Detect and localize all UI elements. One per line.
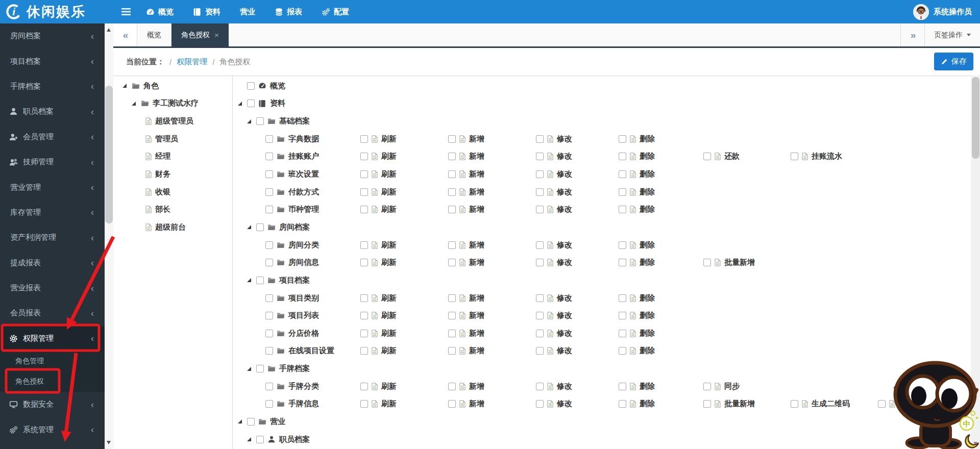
action-checkbox[interactable] xyxy=(448,330,456,337)
action-label[interactable]: 删除 xyxy=(640,134,655,144)
tree-expander-icon[interactable] xyxy=(122,84,127,88)
role-tree-node[interactable]: 李工测试水疗 xyxy=(113,95,232,113)
action-label[interactable]: 刷新 xyxy=(381,187,397,197)
action-label[interactable]: 刷新 xyxy=(381,205,397,214)
tree-expander-icon[interactable] xyxy=(247,367,251,371)
sidebar-item[interactable]: 营业报表‹ xyxy=(0,276,105,301)
action-checkbox[interactable] xyxy=(536,170,544,178)
action-label[interactable]: 批量新增 xyxy=(724,258,755,267)
permission-checkbox[interactable] xyxy=(265,383,273,390)
permission-node-label[interactable]: 字典数据 xyxy=(288,134,319,144)
tab-item[interactable]: 概览 xyxy=(137,23,172,46)
action-label[interactable]: 刷新 xyxy=(381,329,397,338)
action-checkbox[interactable] xyxy=(703,400,711,408)
action-checkbox[interactable] xyxy=(360,330,368,337)
action-checkbox[interactable] xyxy=(536,153,544,160)
action-checkbox[interactable] xyxy=(619,170,626,178)
action-checkbox[interactable] xyxy=(536,135,544,143)
action-label[interactable]: 修改 xyxy=(557,329,572,338)
action-checkbox[interactable] xyxy=(448,188,456,196)
action-label[interactable]: 修改 xyxy=(557,382,572,391)
tree-expander-icon[interactable] xyxy=(132,102,136,106)
permission-node-label[interactable]: 付款方式 xyxy=(288,187,319,197)
action-checkbox[interactable] xyxy=(448,312,456,319)
tree-expander-icon[interactable] xyxy=(238,419,242,423)
permission-checkbox[interactable] xyxy=(265,170,273,178)
action-checkbox[interactable] xyxy=(360,294,368,302)
action-checkbox[interactable] xyxy=(536,206,544,213)
permission-node-label[interactable]: 房间分类 xyxy=(288,240,319,250)
role-tree-node[interactable]: 部长 xyxy=(113,201,232,218)
role-tree-node[interactable]: 超级管理员 xyxy=(113,112,232,130)
permission-checkbox[interactable] xyxy=(265,400,273,408)
action-checkbox[interactable] xyxy=(360,153,368,160)
action-label[interactable]: 新增 xyxy=(469,205,484,214)
permission-checkbox[interactable] xyxy=(265,259,273,266)
permission-node-label[interactable]: 币种管理 xyxy=(288,205,319,214)
action-checkbox[interactable] xyxy=(536,259,544,266)
action-checkbox[interactable] xyxy=(360,170,368,178)
action-label[interactable]: 删除 xyxy=(640,346,655,356)
action-label[interactable]: 删除 xyxy=(640,382,655,391)
permission-checkbox[interactable] xyxy=(265,188,273,196)
role-tree-label[interactable]: 收银 xyxy=(155,187,170,197)
action-label[interactable]: 修改 xyxy=(557,205,572,214)
role-tree-label[interactable]: 财务 xyxy=(155,169,170,179)
navbar-menu-item[interactable]: 资料 xyxy=(183,0,230,23)
navbar-menu-item[interactable]: 概览 xyxy=(136,0,183,23)
menu-toggle-icon[interactable] xyxy=(121,8,131,16)
action-checkbox[interactable] xyxy=(619,241,626,249)
permission-node-label[interactable]: 基础档案 xyxy=(279,116,310,126)
action-label[interactable]: 修改 xyxy=(557,134,572,144)
permission-checkbox[interactable] xyxy=(265,330,273,337)
permission-checkbox[interactable] xyxy=(265,347,273,355)
role-tree-label[interactable]: 超级管理员 xyxy=(155,116,193,126)
permission-node-label[interactable]: 手牌分类 xyxy=(288,382,319,391)
permission-checkbox[interactable] xyxy=(265,206,273,213)
action-checkbox[interactable] xyxy=(703,259,711,266)
action-label[interactable]: 删除 xyxy=(640,205,655,214)
permission-checkbox[interactable] xyxy=(265,135,273,143)
action-label[interactable]: 新增 xyxy=(469,240,484,250)
action-checkbox[interactable] xyxy=(448,153,456,160)
role-tree-label[interactable]: 部长 xyxy=(155,205,170,214)
action-label[interactable]: 删除 xyxy=(640,258,655,267)
action-checkbox[interactable] xyxy=(536,383,544,390)
action-label[interactable]: 刷新 xyxy=(381,258,397,267)
role-tree-node[interactable]: 财务 xyxy=(113,165,232,183)
permission-node-label[interactable]: 手牌档案 xyxy=(279,364,310,373)
tab-active[interactable]: 角色授权× xyxy=(172,23,229,46)
sidebar-item[interactable]: 数据安全‹ xyxy=(0,392,105,417)
action-checkbox[interactable] xyxy=(619,206,626,213)
permission-checkbox[interactable] xyxy=(256,277,264,284)
sidebar-subitem[interactable]: 角色管理 xyxy=(0,351,105,371)
permission-node-label[interactable]: 班次设置 xyxy=(288,169,319,179)
sidebar-item[interactable]: 权限管理‹ xyxy=(0,326,105,351)
tab-operations-dropdown[interactable]: 页签操作 xyxy=(924,23,980,46)
sidebar-scrollbar[interactable] xyxy=(105,23,113,449)
permission-node-label[interactable]: 手牌信息 xyxy=(288,399,319,409)
action-label[interactable]: 同步 xyxy=(724,382,740,391)
action-label[interactable]: 新增 xyxy=(469,329,484,338)
action-label[interactable]: 刷新 xyxy=(381,240,397,250)
role-tree-node[interactable]: 管理员 xyxy=(113,130,232,148)
role-tree-label[interactable]: 李工测试水疗 xyxy=(153,98,199,108)
action-checkbox[interactable] xyxy=(360,259,368,266)
action-label[interactable]: 删除 xyxy=(640,399,655,409)
action-checkbox[interactable] xyxy=(619,312,626,319)
action-label[interactable]: 修改 xyxy=(557,346,572,356)
action-label[interactable]: 刷新 xyxy=(381,346,397,356)
sidebar-item[interactable]: 技师管理‹ xyxy=(0,149,105,174)
action-label[interactable]: 新增 xyxy=(469,187,484,197)
permission-node-label[interactable]: 项目列表 xyxy=(288,311,319,320)
action-label[interactable]: 删除 xyxy=(640,329,655,338)
action-checkbox[interactable] xyxy=(878,400,886,408)
action-checkbox[interactable] xyxy=(619,383,626,390)
action-label[interactable]: 新增 xyxy=(469,152,484,161)
action-checkbox[interactable] xyxy=(619,259,626,266)
permission-checkbox[interactable] xyxy=(256,223,264,231)
content-scrollbar-thumb[interactable] xyxy=(972,77,979,159)
action-checkbox[interactable] xyxy=(536,188,544,196)
tree-expander-icon[interactable] xyxy=(247,437,251,441)
action-label[interactable]: 生成二维码 xyxy=(812,399,850,409)
